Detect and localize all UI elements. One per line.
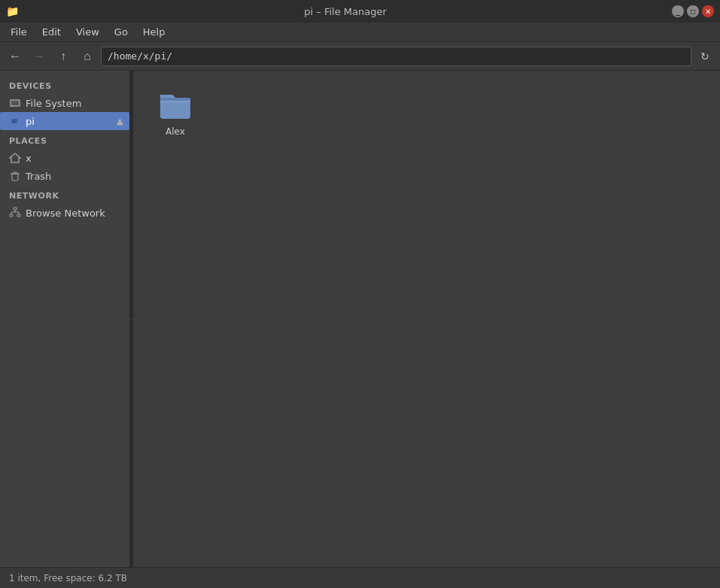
file-item-alex[interactable]: Alex bbox=[145, 83, 205, 141]
pi-drive-icon bbox=[9, 115, 21, 127]
address-bar[interactable] bbox=[101, 47, 691, 66]
sidebar-item-browse-network[interactable]: Browse Network bbox=[0, 204, 129, 222]
home-icon: ⌂ bbox=[84, 50, 91, 63]
forward-button[interactable]: → bbox=[29, 46, 50, 67]
trash-icon bbox=[9, 170, 21, 182]
svg-rect-11 bbox=[17, 214, 20, 217]
svg-marker-5 bbox=[10, 153, 20, 162]
reload-button[interactable]: ↻ bbox=[694, 46, 715, 67]
svg-rect-10 bbox=[10, 214, 13, 217]
up-button[interactable]: ↑ bbox=[53, 46, 74, 67]
svg-rect-8 bbox=[14, 172, 17, 174]
sidebar-item-trash[interactable]: Trash bbox=[0, 167, 129, 185]
file-label-alex: Alex bbox=[166, 126, 185, 137]
eject-icon[interactable]: ▲ bbox=[117, 116, 123, 126]
file-area: Alex bbox=[133, 71, 720, 567]
menu-edit[interactable]: Edit bbox=[35, 25, 68, 39]
svg-rect-1 bbox=[11, 101, 19, 105]
home-button[interactable]: ⌂ bbox=[77, 46, 98, 67]
filesystem-icon bbox=[9, 97, 21, 109]
app-icon: 📁 bbox=[6, 5, 19, 17]
status-text: 1 item, Free space: 6.2 TB bbox=[9, 573, 127, 583]
sidebar-label-filesystem: File System bbox=[26, 98, 123, 109]
main-content: DEVICES File System pi ▲ PLACES x bbox=[0, 71, 720, 567]
close-button[interactable]: ✕ bbox=[702, 5, 714, 17]
svg-rect-4 bbox=[11, 119, 17, 123]
sidebar-label-pi: pi bbox=[26, 116, 112, 127]
svg-rect-9 bbox=[14, 208, 17, 210]
maximize-button[interactable]: □ bbox=[687, 5, 699, 17]
svg-rect-6 bbox=[12, 174, 18, 180]
places-section-label: PLACES bbox=[0, 130, 129, 149]
menu-view[interactable]: View bbox=[68, 25, 107, 39]
network-icon bbox=[9, 207, 21, 219]
devices-section-label: DEVICES bbox=[0, 75, 129, 94]
menu-help[interactable]: Help bbox=[135, 25, 173, 39]
sidebar-item-pi[interactable]: pi ▲ bbox=[0, 112, 129, 130]
sidebar-item-x[interactable]: x bbox=[0, 149, 129, 167]
up-icon: ↑ bbox=[60, 50, 66, 63]
window-title: pi – File Manager bbox=[19, 6, 672, 17]
minimize-button[interactable]: _ bbox=[672, 5, 684, 17]
menu-go[interactable]: Go bbox=[107, 25, 135, 39]
svg-rect-2 bbox=[11, 105, 13, 107]
sidebar-label-x: x bbox=[26, 153, 123, 164]
folder-icon-alex bbox=[157, 87, 193, 123]
reload-icon: ↻ bbox=[700, 50, 709, 62]
sidebar-label-trash: Trash bbox=[26, 171, 123, 182]
forward-icon: → bbox=[33, 50, 45, 63]
toolbar: ← → ↑ ⌂ ↻ bbox=[0, 42, 720, 71]
sidebar-item-filesystem[interactable]: File System bbox=[0, 94, 129, 112]
sidebar-label-browse-network: Browse Network bbox=[26, 208, 123, 219]
network-section-label: NETWORK bbox=[0, 185, 129, 204]
title-bar-left: 📁 bbox=[6, 5, 19, 17]
home-place-icon bbox=[9, 152, 21, 164]
menu-bar: File Edit View Go Help bbox=[0, 23, 720, 42]
title-bar: 📁 pi – File Manager _ □ ✕ bbox=[0, 0, 720, 23]
sidebar: DEVICES File System pi ▲ PLACES x bbox=[0, 71, 130, 567]
back-button[interactable]: ← bbox=[5, 46, 26, 67]
menu-file[interactable]: File bbox=[3, 25, 35, 39]
window-controls: _ □ ✕ bbox=[672, 5, 714, 17]
back-icon: ← bbox=[9, 50, 21, 63]
status-bar: 1 item, Free space: 6.2 TB bbox=[0, 567, 720, 588]
